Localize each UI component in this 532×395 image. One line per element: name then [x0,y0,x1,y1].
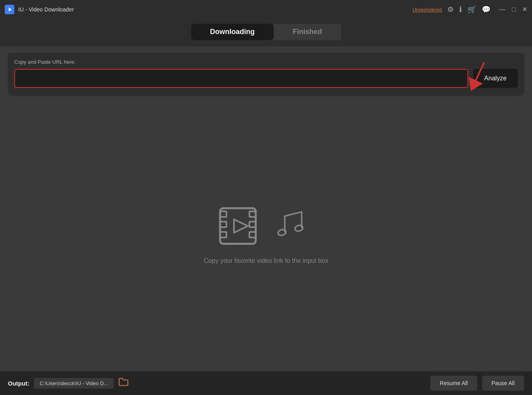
empty-icons [216,204,316,248]
url-section: Copy and Paste URL here: Analyze [8,53,524,96]
empty-state-text: Copy your favorite video link to the inp… [204,257,329,264]
tab-bar: Downloading Finished [0,19,532,46]
film-icon [216,204,264,248]
analyze-button[interactable]: Analyze [473,69,518,88]
folder-icon-button[interactable] [118,378,129,389]
info-icon[interactable]: ℹ [459,5,462,14]
output-path: C:\Users\decck\IU - Video D... [34,378,114,389]
main-content: Copy and Paste URL here: Analyze [0,46,532,371]
app-icon [5,5,14,14]
chat-icon[interactable]: 💬 [482,5,490,14]
cart-icon[interactable]: 🛒 [467,5,476,14]
resume-all-button[interactable]: Resume All [430,376,477,391]
title-bar-left: IU - Video Downloader [5,5,74,14]
maximize-button[interactable]: □ [512,6,516,13]
empty-state: Copy your favorite video link to the inp… [8,104,524,365]
tab-downloading[interactable]: Downloading [191,24,274,40]
tab-finished[interactable]: Finished [274,24,341,40]
pause-all-button[interactable]: Pause All [482,376,524,391]
bottom-bar: Output: C:\Users\decck\IU - Video D... R… [0,371,532,395]
url-input[interactable] [14,69,468,88]
output-label: Output: [8,380,29,387]
title-bar-right: Unregistered ⚙ ℹ 🛒 💬 — □ ✕ [412,5,527,14]
close-button[interactable]: ✕ [522,6,527,13]
minimize-button[interactable]: — [499,6,505,13]
url-input-row: Analyze [14,69,518,88]
music-icon [276,206,316,246]
svg-point-13 [277,229,287,236]
svg-marker-11 [234,219,248,233]
title-bar: IU - Video Downloader Unregistered ⚙ ℹ 🛒… [0,0,532,19]
svg-rect-4 [220,208,256,244]
svg-line-14 [285,212,302,216]
settings-icon[interactable]: ⚙ [447,5,454,14]
url-label: Copy and Paste URL here: [14,59,518,65]
window-controls: — □ ✕ [499,6,527,13]
tab-container: Downloading Finished [191,24,341,40]
unregistered-link[interactable]: Unregistered [412,7,442,13]
svg-point-16 [294,224,304,232]
app-title: IU - Video Downloader [18,6,74,13]
